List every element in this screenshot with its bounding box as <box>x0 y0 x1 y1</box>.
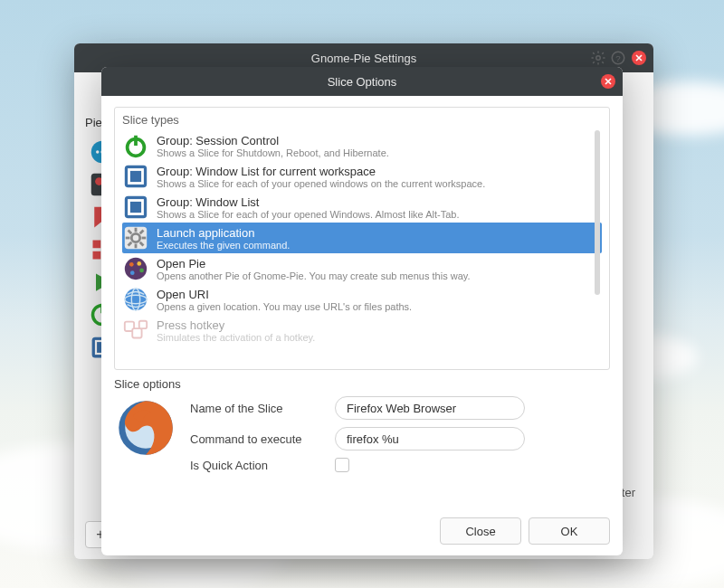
slice-type-row[interactable]: Press hotkeySimulates the activation of … <box>122 315 602 346</box>
slice-type-subtitle: Simulates the activation of a hotkey. <box>157 332 315 343</box>
close-icon <box>604 77 613 86</box>
svg-point-36 <box>137 261 141 266</box>
slice-type-title: Group: Window List <box>157 195 459 209</box>
ok-button[interactable]: OK <box>529 517 610 545</box>
slice-type-subtitle: Opens a given location. You may use URL'… <box>157 301 412 312</box>
slice-type-subtitle: Shows a Slice for each of your opened Wi… <box>157 209 459 220</box>
command-input[interactable] <box>335 427 525 450</box>
settings-close-button[interactable] <box>632 51 646 65</box>
svg-rect-19 <box>134 136 138 146</box>
svg-rect-12 <box>93 251 101 260</box>
cog-icon[interactable] <box>590 50 606 66</box>
slice-type-row[interactable]: Group: Window ListShows a Slice for each… <box>122 192 602 223</box>
slice-type-title: Group: Session Control <box>157 134 389 147</box>
slice-type-subtitle: Shows a Slice for each of your opened wi… <box>157 178 485 189</box>
svg-point-38 <box>130 270 135 275</box>
firefox-icon <box>114 396 177 460</box>
slice-type-icon <box>122 317 149 344</box>
slice-type-icon <box>122 255 149 282</box>
slice-type-row[interactable]: Group: Session ControlShows a Slice for … <box>122 130 602 161</box>
slice-type-subtitle: Executes the given command. <box>157 240 290 251</box>
svg-point-37 <box>139 269 144 273</box>
close-icon <box>634 53 643 62</box>
quick-action-label: Is Quick Action <box>190 459 335 472</box>
slice-type-title: Group: Window List for current workspace <box>157 165 485 178</box>
help-icon[interactable]: ? <box>610 50 626 66</box>
slice-type-icon <box>122 286 149 313</box>
svg-text:?: ? <box>615 53 621 63</box>
slice-type-icon <box>122 224 149 251</box>
svg-rect-10 <box>93 241 101 249</box>
slice-type-title: Open URI <box>157 288 412 301</box>
slice-type-subtitle: Opens another Pie of Gnome-Pie. You may … <box>157 270 470 281</box>
options-titlebar: Slice Options <box>101 67 623 96</box>
options-close-button[interactable] <box>601 74 615 89</box>
slice-type-subtitle: Shows a Slice for Shutdown, Reboot, and … <box>157 147 389 158</box>
slice-types-header: Slice types <box>122 113 602 127</box>
settings-title: Gnome-Pie Settings <box>311 52 416 65</box>
svg-point-35 <box>129 262 134 267</box>
svg-point-4 <box>96 150 100 154</box>
slice-type-row[interactable]: Launch applicationExecutes the given com… <box>122 223 602 253</box>
slice-type-icon <box>122 163 149 190</box>
svg-rect-43 <box>132 328 141 337</box>
slice-options-dialog: Slice Options Slice types Group: Session… <box>101 67 623 555</box>
slice-types-frame: Slice types Group: Session ControlShows … <box>114 107 610 370</box>
slice-types-list[interactable]: Group: Session ControlShows a Slice for … <box>122 130 602 365</box>
scrollbar[interactable] <box>595 130 600 295</box>
slice-type-icon <box>122 194 149 221</box>
quick-action-checkbox[interactable] <box>335 458 349 472</box>
slice-options-header: Slice options <box>114 377 610 391</box>
truncated-label: ter <box>622 486 635 499</box>
slice-type-title: Open Pie <box>157 257 470 270</box>
options-title: Slice Options <box>328 75 397 89</box>
slice-type-row[interactable]: Open PieOpens another Pie of Gnome-Pie. … <box>122 253 602 284</box>
slice-type-title: Launch application <box>157 226 290 240</box>
slice-type-row[interactable]: Group: Window List for current workspace… <box>122 161 602 192</box>
name-label: Name of the Slice <box>190 402 335 415</box>
svg-point-34 <box>125 258 147 280</box>
dialog-button-row: Close OK <box>114 508 610 545</box>
slice-type-icon <box>122 132 149 159</box>
svg-point-0 <box>596 56 601 61</box>
svg-rect-44 <box>139 321 147 328</box>
close-button[interactable]: Close <box>440 517 521 545</box>
slice-options-form: Name of the Slice Command to execute Is … <box>190 396 610 472</box>
command-label: Command to execute <box>190 432 335 446</box>
slice-type-row[interactable]: Open URIOpens a given location. You may … <box>122 284 602 315</box>
slice-name-input[interactable] <box>335 396 525 420</box>
slice-type-title: Press hotkey <box>157 318 315 332</box>
